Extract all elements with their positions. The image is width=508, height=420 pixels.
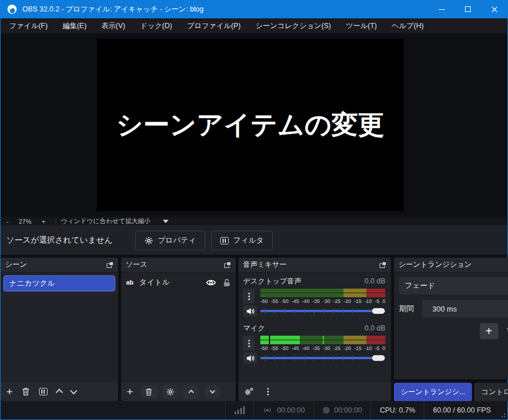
scene-filters-button[interactable] [39, 388, 48, 395]
sources-dock-title: ソース [126, 260, 147, 270]
source-context-bar: ソースが選択されていません プロパティ フィルタ [1, 226, 507, 255]
advanced-gear-icon [244, 387, 253, 396]
zoom-out-button[interactable]: - [1, 218, 14, 225]
title-bar[interactable]: OBS 32.0.2 - プロファイル: アイキャッチ - シーン: blog [1, 0, 507, 18]
duration-label: 期間 [399, 304, 422, 314]
canvas-text: シーンアイテムの変更 [116, 107, 385, 143]
scene-list[interactable]: ナニカツクル [1, 273, 118, 382]
transition-select[interactable]: フェード [399, 277, 508, 294]
move-source-up-button[interactable] [183, 385, 199, 399]
signal-bars-icon [235, 406, 245, 414]
slider-handle[interactable] [372, 355, 385, 361]
text-source-icon: ab [126, 279, 134, 286]
window-controls [428, 0, 507, 18]
chevron-up-icon [56, 389, 63, 396]
remove-scene-button[interactable] [22, 387, 30, 396]
close-button[interactable] [481, 0, 507, 18]
scenes-dock: シーン ナニカツクル + [1, 258, 118, 401]
menu-help[interactable]: ヘルプ(H) [384, 18, 431, 33]
menu-scene-collection[interactable]: シーンコレクション(S) [248, 18, 339, 33]
scene-item-selected[interactable]: ナニカツクル [3, 275, 115, 291]
slider-ticks [265, 355, 360, 361]
menu-profile[interactable]: プロファイル(P) [179, 18, 248, 33]
visibility-eye-icon[interactable] [206, 279, 216, 286]
filters-label: フィルタ [233, 235, 264, 246]
menu-bar: ファイル(F) 編集(E) 表示(V) ドック(D) プロファイル(P) シーン… [1, 18, 507, 33]
remove-source-button[interactable] [141, 385, 157, 399]
chevron-down-icon [70, 387, 77, 395]
channel-name: デスクトップ音声 [243, 277, 302, 286]
add-transition-button[interactable]: + [480, 323, 498, 339]
duration-spinbox[interactable]: 300 ms [422, 300, 508, 317]
source-properties-button[interactable] [162, 385, 178, 399]
stream-timer: 00:00:00 [253, 401, 314, 419]
close-icon [491, 6, 498, 13]
tab-controls[interactable]: コントロー... [474, 383, 508, 401]
sources-dock-header[interactable]: ソース [121, 258, 236, 273]
popout-icon[interactable] [224, 262, 231, 268]
minimize-button[interactable] [428, 0, 455, 18]
lock-icon[interactable] [223, 278, 230, 287]
transitions-dock-header[interactable]: シーントランジション [394, 258, 508, 273]
record-dot-icon [323, 407, 330, 414]
resize-grip[interactable] [499, 401, 507, 419]
zoom-level: 27% [14, 218, 36, 225]
menu-docks[interactable]: ドック(D) [132, 18, 179, 33]
mute-button[interactable] [243, 352, 257, 364]
source-item-label: タイトル [139, 277, 170, 287]
channel-menu-button[interactable] [243, 336, 255, 351]
scene-item-label: ナニカツクル [9, 278, 55, 289]
properties-button[interactable]: プロパティ [135, 231, 205, 250]
popout-icon[interactable] [107, 262, 114, 268]
fit-dropdown-arrow-icon[interactable] [163, 220, 169, 223]
add-scene-button[interactable]: + [6, 386, 13, 397]
move-scene-up-button[interactable] [57, 389, 62, 394]
menu-tools[interactable]: ツール(T) [338, 18, 384, 33]
popout-icon[interactable] [380, 262, 386, 268]
move-scene-down-button[interactable] [71, 389, 76, 394]
menu-view[interactable]: 表示(V) [94, 18, 133, 33]
record-time: 00:00:00 [334, 406, 362, 414]
advanced-audio-button[interactable] [244, 387, 253, 396]
tab-scene-transitions[interactable]: シーントランジシ... [394, 383, 472, 401]
dock-area: シーン ナニカツクル + ソース [1, 258, 507, 401]
channel-menu-button[interactable] [243, 289, 255, 304]
speaker-icon [246, 308, 255, 315]
mixer-dock-header[interactable]: 音声ミキサー [239, 258, 391, 273]
scenes-dock-header[interactable]: シーン [1, 258, 118, 273]
volume-slider[interactable] [260, 353, 385, 363]
preview-area[interactable]: シーンアイテムの変更 [1, 33, 507, 217]
menu-file[interactable]: ファイル(F) [2, 18, 55, 33]
slider-handle[interactable] [372, 308, 385, 314]
scene-transitions-dock: シーントランジション フェード 期間 300 ms [394, 258, 508, 379]
mixer-menu-button[interactable] [267, 388, 269, 395]
mixer-toolbar [239, 382, 391, 401]
zoom-in-button[interactable]: + [36, 218, 51, 225]
mute-button[interactable] [243, 305, 257, 317]
trash-icon [145, 388, 153, 396]
fit-to-window-label[interactable]: ウィンドウに合わせて拡大縮小 [61, 217, 150, 225]
fps-display: 60.00 / 60.00 FPS [424, 401, 499, 419]
meter-ticks: -60-55-50-45-40-35-30-25-20-15-10-50 [260, 298, 385, 304]
remove-transition-button[interactable] [506, 326, 508, 336]
add-source-button[interactable]: + [127, 386, 133, 397]
gear-icon [144, 236, 153, 245]
mixer-channel-mic: マイク 0.0 dB -60-55-50-45-40-35-30-25-20-1… [243, 324, 385, 364]
slider-ticks [265, 308, 360, 314]
mixer-dock-title: 音声ミキサー [243, 260, 287, 270]
mixer-body: デスクトップ音声 0.0 dB -60-55-50-45-40-35-30-25… [239, 273, 391, 382]
move-source-down-button[interactable] [205, 385, 220, 399]
filters-button[interactable]: フィルタ [211, 231, 273, 250]
kebab-icon [248, 340, 250, 347]
volume-slider[interactable] [260, 306, 385, 316]
source-list[interactable]: ab タイトル [121, 273, 236, 382]
maximize-icon [465, 6, 471, 12]
filters-icon [220, 237, 229, 244]
program-canvas[interactable]: シーンアイテムの変更 [97, 38, 404, 211]
properties-label: プロパティ [158, 235, 196, 246]
scenes-dock-title: シーン [5, 260, 27, 270]
menu-edit[interactable]: 編集(E) [55, 18, 94, 33]
maximize-button[interactable] [455, 0, 481, 18]
minimize-icon [439, 9, 445, 10]
source-item[interactable]: ab タイトル [121, 274, 236, 291]
